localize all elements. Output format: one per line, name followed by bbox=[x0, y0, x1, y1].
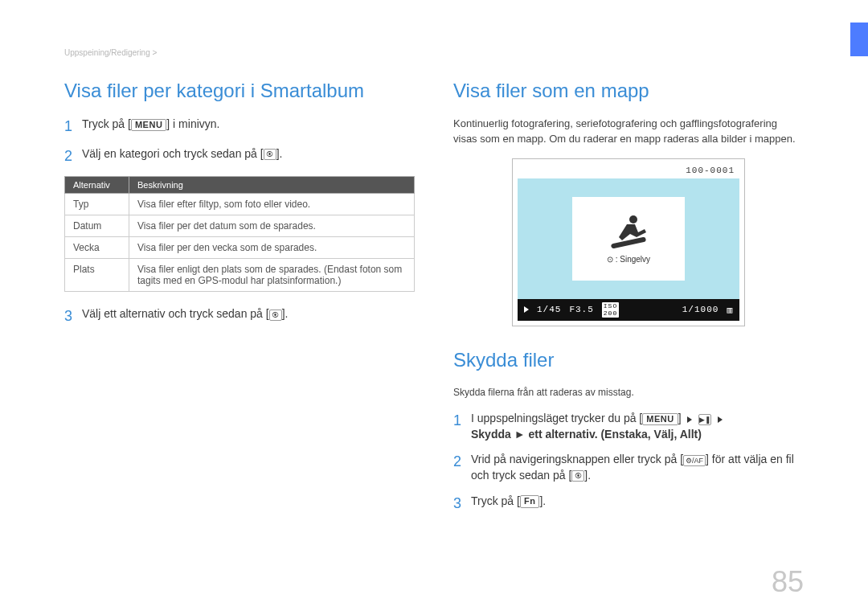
heading-folder: Visa filer som en mapp bbox=[453, 80, 804, 102]
step-number: 2 bbox=[64, 146, 82, 166]
step-2: 2 Välj en kategori och tryck sedan på [⦿… bbox=[64, 146, 415, 166]
step1-post: ] i minivyn. bbox=[166, 117, 219, 130]
breadcrumb: Uppspeining/Redigering > bbox=[64, 48, 804, 57]
cell-desc: Visa filer per den vecka som de sparades… bbox=[129, 237, 415, 259]
folder-paragraph: Kontinuerlig fotografering, seriefotogra… bbox=[453, 117, 804, 147]
step1-pre: Tryck på [ bbox=[82, 117, 131, 130]
cell-desc: Visa filer enligt den plats som de spara… bbox=[129, 259, 415, 292]
cell-alt: Vecka bbox=[65, 237, 129, 259]
protect-paragraph: Skydda filerna från att raderas av misst… bbox=[453, 386, 804, 400]
step3-post: ]. bbox=[282, 307, 289, 320]
bar-fstop: F3.5 bbox=[569, 305, 593, 314]
camera-photo-area: ⊙ : Singelvy bbox=[518, 178, 739, 299]
menu-button-icon: MENU bbox=[131, 119, 166, 131]
cell-alt: Plats bbox=[65, 259, 129, 292]
step2-pre: Välj en kategori och tryck sedan på [ bbox=[82, 147, 264, 160]
heading-smartalbum: Visa filer per kategori i Smartalbum bbox=[64, 80, 415, 102]
menu-button-icon: MENU bbox=[642, 413, 678, 425]
step-number: 1 bbox=[453, 411, 471, 442]
th-alternativ: Alternativ bbox=[65, 177, 129, 194]
camera-figure: 100-0001 ⊙ : Singelvy bbox=[512, 158, 745, 326]
content-columns: Visa filer per kategori i Smartalbum 1 T… bbox=[64, 80, 804, 523]
left-column: Visa filer per kategori i Smartalbum 1 T… bbox=[64, 80, 415, 523]
p1-a: I uppspelningsläget trycker du på [ bbox=[471, 412, 642, 424]
fn-button-icon: Fn bbox=[520, 495, 539, 507]
step-number: 2 bbox=[453, 452, 471, 483]
svg-point-0 bbox=[629, 215, 637, 223]
bar-count: 1/45 bbox=[537, 305, 561, 314]
options-table: Alternativ Beskrivning Typ Visa filer ef… bbox=[64, 176, 415, 292]
caption-text: : Singelvy bbox=[616, 255, 650, 264]
side-tab bbox=[850, 23, 868, 56]
nav-af-icon: ⚙/AF bbox=[683, 455, 706, 466]
p3-b: ]. bbox=[539, 494, 546, 507]
playback-icon: ▶❚ bbox=[698, 414, 711, 425]
caption-icon: ⊙ bbox=[607, 255, 613, 264]
p2-a: Vrid på navigeringsknappen eller tryck p… bbox=[471, 453, 683, 465]
step2-post: ]. bbox=[276, 147, 283, 160]
singelvy-caption: ⊙ : Singelvy bbox=[607, 255, 650, 264]
arrow-icon bbox=[718, 416, 723, 423]
ok-icon: ⦿ bbox=[571, 470, 584, 482]
table-row: Vecka Visa filer per den vecka som de sp… bbox=[65, 237, 415, 259]
step3-pre: Välj ett alternativ och tryck sedan på [ bbox=[82, 307, 269, 320]
play-icon bbox=[524, 306, 529, 313]
step-3: 3 Välj ett alternativ och tryck sedan på… bbox=[64, 306, 415, 326]
step-1: 1 Tryck på [MENU] i minivyn. bbox=[64, 117, 415, 137]
iso-label: ISO bbox=[604, 302, 617, 310]
camera-status-bar: 1/45 F3.5 ISO 200 1/1000 ▥ bbox=[518, 299, 739, 321]
protect-step-3: 3 Tryck på [Fn]. bbox=[453, 494, 804, 514]
photo-thumbnail: ⊙ : Singelvy bbox=[572, 197, 685, 281]
p1-line2: Skydda ► ett alternativ. (Enstaka, Välj,… bbox=[471, 428, 702, 441]
iso-value: 200 bbox=[604, 310, 617, 317]
bar-shutter: 1/1000 bbox=[682, 305, 719, 314]
p2-c: ]. bbox=[584, 469, 591, 482]
step-body: Välj en kategori och tryck sedan på [⦿]. bbox=[82, 146, 415, 166]
battery-icon: ▥ bbox=[727, 305, 733, 315]
protect-step-2: 2 Vrid på navigeringsknappen eller tryck… bbox=[453, 452, 804, 483]
th-beskrivning: Beskrivning bbox=[129, 177, 415, 194]
p1-b: ] bbox=[678, 412, 685, 424]
table-row: Datum Visa filer per det datum som de sp… bbox=[65, 215, 415, 237]
step-number: 3 bbox=[453, 494, 471, 514]
step-body: Vrid på navigeringsknappen eller tryck p… bbox=[471, 452, 804, 483]
camera-file-id: 100-0001 bbox=[518, 164, 739, 178]
step-number: 1 bbox=[64, 117, 82, 137]
cell-desc: Visa filer efter filtyp, som foto eller … bbox=[129, 194, 415, 215]
table-row: Typ Visa filer efter filtyp, som foto el… bbox=[65, 194, 415, 215]
page-number: 85 bbox=[772, 565, 804, 599]
step-number: 3 bbox=[64, 306, 82, 326]
table-row: Plats Visa filer enligt den plats som de… bbox=[65, 259, 415, 292]
iso-badge: ISO 200 bbox=[602, 302, 619, 318]
arrow-icon bbox=[687, 416, 692, 423]
right-column: Visa filer som en mapp Kontinuerlig foto… bbox=[453, 80, 804, 523]
protect-step-1: 1 I uppspelningsläget trycker du på [MEN… bbox=[453, 411, 804, 442]
cell-alt: Datum bbox=[65, 215, 129, 237]
cell-desc: Visa filer per det datum som de sparades… bbox=[129, 215, 415, 237]
heading-protect: Skydda filer bbox=[453, 349, 804, 371]
step-body: I uppspelningsläget trycker du på [MENU]… bbox=[471, 411, 804, 442]
p3-a: Tryck på [ bbox=[471, 494, 520, 507]
ok-icon: ⦿ bbox=[264, 149, 276, 160]
step-body: Tryck på [MENU] i minivyn. bbox=[82, 117, 415, 137]
step-body: Välj ett alternativ och tryck sedan på [… bbox=[82, 306, 415, 326]
cell-alt: Typ bbox=[65, 194, 129, 215]
page: Uppspeining/Redigering > Visa filer per … bbox=[0, 0, 868, 547]
ok-icon: ⦿ bbox=[269, 310, 282, 321]
svg-rect-1 bbox=[611, 237, 646, 249]
snowboarder-icon bbox=[604, 213, 653, 250]
step-body: Tryck på [Fn]. bbox=[471, 494, 804, 514]
